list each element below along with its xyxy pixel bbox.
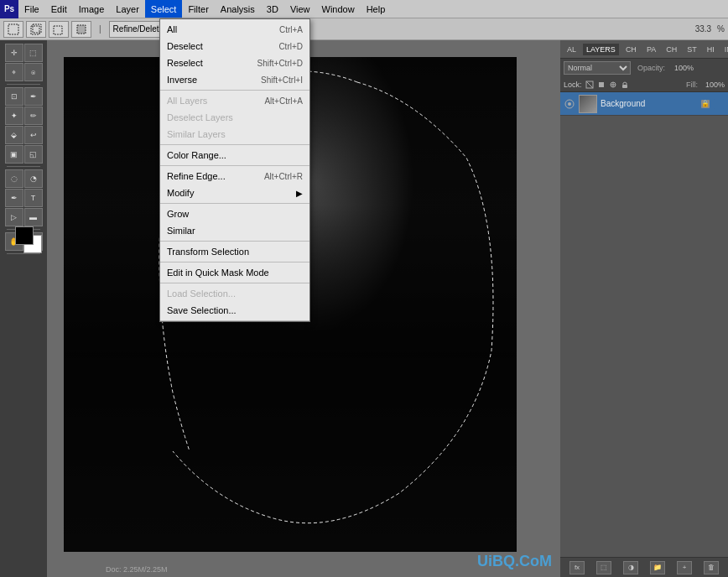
menu-item-all[interactable]: All Ctrl+A bbox=[160, 21, 309, 38]
menu-file[interactable]: File bbox=[18, 0, 45, 18]
tab-hi[interactable]: HI bbox=[704, 44, 718, 55]
menu-item-color-range[interactable]: Color Range... bbox=[160, 147, 309, 164]
menu-item-grow[interactable]: Grow bbox=[160, 205, 309, 222]
group-btn[interactable]: 📁 bbox=[650, 561, 665, 574]
menu-item-save-selection[interactable]: Save Selection... bbox=[160, 302, 309, 319]
svg-rect-20 bbox=[714, 99, 724, 109]
menu-item-transform-selection[interactable]: Transform Selection bbox=[160, 243, 309, 260]
new-selection-btn[interactable] bbox=[3, 21, 23, 38]
select-menu-section-5: Grow Similar bbox=[160, 204, 309, 242]
pen-tool[interactable]: ✒ bbox=[5, 189, 23, 207]
foreground-color-swatch[interactable] bbox=[15, 226, 34, 245]
menu-layer[interactable]: Layer bbox=[110, 0, 145, 18]
select-menu-section-6: Transform Selection bbox=[160, 242, 309, 263]
svg-rect-4 bbox=[77, 25, 86, 34]
fill-row: Fill: 100% bbox=[686, 81, 725, 89]
menu-analysis[interactable]: Analysis bbox=[215, 0, 261, 18]
select-menu-section-4: Refine Edge... Alt+Ctrl+R Modify ▶ bbox=[160, 166, 309, 204]
select-menu-section-1: All Ctrl+A Deselect Ctrl+D Reselect Shif… bbox=[160, 19, 309, 91]
lock-transparent-icon[interactable] bbox=[585, 81, 594, 89]
lock-all-icon[interactable] bbox=[621, 81, 629, 89]
fill-value[interactable]: 100% bbox=[699, 81, 725, 89]
dodge-tool[interactable]: ◔ bbox=[24, 169, 43, 188]
menu-item-quick-mask[interactable]: Edit in Quick Mask Mode bbox=[160, 264, 309, 281]
blur-tool[interactable]: ◌ bbox=[5, 169, 23, 188]
layer-name-background: Background bbox=[601, 99, 698, 108]
lock-position-icon[interactable] bbox=[609, 81, 617, 89]
layer-visibility-icon[interactable] bbox=[564, 98, 575, 110]
menu-item-deselect[interactable]: Deselect Ctrl+D bbox=[160, 38, 309, 55]
add-mask-btn[interactable]: ⬚ bbox=[596, 561, 611, 574]
layer-settings-icon[interactable] bbox=[713, 98, 725, 110]
menu-bar: Ps File Edit Image Layer Select Filter A… bbox=[0, 0, 728, 18]
tab-pa[interactable]: PA bbox=[643, 44, 659, 55]
menu-filter[interactable]: Filter bbox=[182, 0, 214, 18]
menu-item-similar-layers: Similar Layers bbox=[160, 126, 309, 143]
add-style-btn[interactable]: fx bbox=[569, 561, 585, 574]
select-menu: All Ctrl+A Deselect Ctrl+D Reselect Shif… bbox=[159, 18, 310, 322]
panel-tabs-bar: AL LAYERS CH PA CH ST HI IN « bbox=[560, 40, 728, 59]
blend-mode-select[interactable]: Normal bbox=[564, 61, 631, 75]
svg-line-12 bbox=[586, 81, 593, 88]
gradient-tool[interactable]: ◱ bbox=[24, 145, 43, 164]
marquee-tool[interactable]: ⬚ bbox=[24, 44, 43, 62]
svg-rect-3 bbox=[54, 26, 62, 34]
intersect-selection-btn[interactable] bbox=[71, 21, 91, 38]
menu-item-modify[interactable]: Modify ▶ bbox=[160, 185, 309, 201]
menu-image[interactable]: Image bbox=[73, 0, 111, 18]
svg-rect-13 bbox=[599, 82, 604, 87]
menu-help[interactable]: Help bbox=[361, 0, 392, 18]
menu-item-inverse[interactable]: Inverse Shift+Ctrl+I bbox=[160, 71, 309, 88]
svg-rect-17 bbox=[622, 85, 627, 88]
tab-ch2[interactable]: CH bbox=[663, 44, 680, 55]
opacity-label: Opacity: bbox=[637, 64, 665, 72]
tab-ch[interactable]: CH bbox=[622, 44, 640, 55]
opacity-value[interactable]: 100% bbox=[668, 64, 694, 72]
menu-window[interactable]: Window bbox=[316, 0, 361, 18]
tool-separator-1 bbox=[7, 84, 40, 85]
layer-controls: fx ⬚ ◑ 📁 + 🗑 bbox=[560, 557, 728, 577]
tab-st[interactable]: ST bbox=[684, 44, 700, 55]
new-layer-btn[interactable]: + bbox=[677, 561, 692, 574]
menu-view[interactable]: View bbox=[284, 0, 316, 18]
eyedropper-tool[interactable]: ✒ bbox=[24, 87, 43, 106]
menu-select[interactable]: Select bbox=[145, 0, 183, 18]
layer-lock-icon: 🔒 bbox=[701, 100, 710, 108]
color-swatch[interactable] bbox=[15, 226, 45, 257]
lock-row: Lock: Fill: 100% bbox=[560, 77, 728, 92]
select-menu-section-3: Color Range... bbox=[160, 145, 309, 166]
eraser-tool[interactable]: ▣ bbox=[5, 145, 23, 164]
layer-item-background[interactable]: Background 🔒 bbox=[560, 92, 728, 116]
stamp-tool[interactable]: ⬙ bbox=[5, 126, 23, 144]
type-tool[interactable]: T bbox=[24, 189, 43, 207]
tab-al[interactable]: AL bbox=[564, 44, 580, 55]
toolbox: ✛ ⬚ ⌖ ⍟ ⊡ ✒ ✦ ✏ ⬙ ↩ ▣ ◱ ◌ ◔ ✒ bbox=[0, 40, 47, 577]
healing-tool[interactable]: ✦ bbox=[5, 107, 23, 125]
delete-layer-btn[interactable]: 🗑 bbox=[704, 561, 719, 574]
history-tool[interactable]: ↩ bbox=[24, 126, 43, 144]
layer-list: Background 🔒 bbox=[560, 92, 728, 557]
menu-edit[interactable]: Edit bbox=[45, 0, 73, 18]
select-menu-section-2: All Layers Alt+Ctrl+A Deselect Layers Si… bbox=[160, 91, 309, 145]
brush-tool[interactable]: ✏ bbox=[24, 107, 43, 125]
menu-3d[interactable]: 3D bbox=[261, 0, 284, 18]
menu-item-refine-edge[interactable]: Refine Edge... Alt+Ctrl+R bbox=[160, 168, 309, 185]
lock-label: Lock: bbox=[564, 81, 582, 89]
options-bar: | Refine/Delete | 33.3 % bbox=[0, 18, 728, 40]
move-tool[interactable]: ✛ bbox=[5, 44, 23, 62]
path-tool[interactable]: ▷ bbox=[5, 208, 23, 226]
lasso-tool[interactable]: ⌖ bbox=[5, 63, 23, 81]
subtract-selection-btn[interactable] bbox=[49, 21, 69, 38]
blend-mode-row: Normal Opacity: 100% bbox=[560, 59, 728, 77]
tab-in[interactable]: IN bbox=[721, 44, 728, 55]
menu-item-similar[interactable]: Similar bbox=[160, 222, 309, 239]
magic-wand-tool[interactable]: ⍟ bbox=[24, 63, 43, 81]
shape-tool[interactable]: ▬ bbox=[24, 208, 43, 226]
lock-pixel-icon[interactable] bbox=[597, 81, 606, 89]
tab-layers[interactable]: LAYERS bbox=[583, 44, 619, 55]
menu-item-reselect[interactable]: Reselect Shift+Ctrl+D bbox=[160, 55, 309, 71]
app-logo: Ps bbox=[0, 0, 18, 18]
adjustment-btn[interactable]: ◑ bbox=[623, 561, 638, 574]
crop-tool[interactable]: ⊡ bbox=[5, 87, 23, 106]
add-selection-btn[interactable] bbox=[26, 21, 46, 38]
